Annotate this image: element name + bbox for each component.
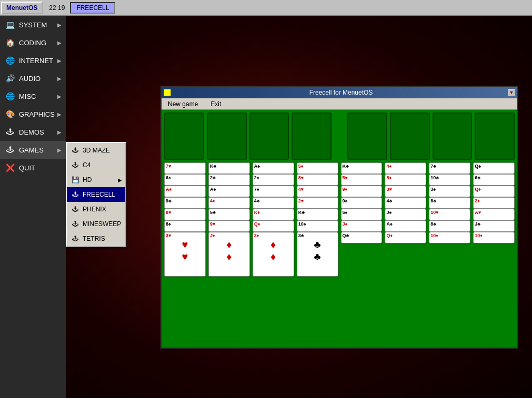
card[interactable]: Q♦ [385, 232, 426, 243]
card[interactable]: 9♥ [208, 220, 250, 232]
card[interactable]: A♥ [473, 209, 515, 220]
card[interactable]: 7♥ [164, 162, 206, 174]
card[interactable]: 4♥ [297, 186, 338, 197]
card-bottom[interactable]: 3♣ ♣ ♣ [297, 232, 338, 277]
card[interactable]: 5♥ [341, 174, 383, 186]
submenu-label-3dmaze: 3D MAZE [83, 147, 110, 154]
arrow-icon-misc: ▶ [57, 94, 62, 99]
card[interactable]: 7♠ [253, 186, 294, 197]
home-cell-1[interactable] [347, 113, 387, 160]
menuet-button[interactable]: MenuetOS [1, 2, 43, 14]
arrow-icon-system: ▶ [57, 22, 62, 28]
card[interactable]: 8♥ [164, 209, 206, 220]
card[interactable]: 5♠ [341, 209, 383, 220]
card-bottom[interactable]: 3♦ ♦ ♦ [253, 232, 294, 277]
card[interactable]: 4♣ [385, 197, 426, 209]
free-cell-4[interactable] [292, 113, 332, 160]
sidebar-label-demos: DEMOS [19, 128, 44, 136]
submenu-item-tetris[interactable]: 🕹 TETRIS [67, 231, 125, 246]
column-1: 7♥ 6♠ A♦ 9♣ 8♥ 8♠ 3♥ ♥ ♥ [164, 162, 206, 345]
card[interactable]: 10♦ [429, 232, 470, 243]
card[interactable]: 7♣ [429, 162, 470, 174]
card[interactable]: 10♦ [473, 232, 515, 243]
card[interactable]: A♠ [253, 162, 294, 174]
close-button[interactable]: ▼ [508, 89, 515, 96]
freecell-taskbar-item[interactable]: FREECELL [70, 2, 115, 14]
card[interactable]: 8♥ [297, 174, 338, 186]
card[interactable]: 6♣ [473, 174, 515, 186]
sidebar-item-graphics[interactable]: 🎨 GRAPHICS ▶ [0, 105, 66, 123]
exit-button[interactable]: Exit [204, 99, 227, 109]
submenu-item-freecell[interactable]: 🕹 FREECELL [67, 187, 125, 202]
card[interactable]: A♦ [164, 186, 206, 197]
card[interactable]: A♠ [385, 220, 426, 232]
submenu-item-phenix[interactable]: 🕹 PHENIX [67, 202, 125, 217]
card[interactable]: 2♦ [473, 197, 515, 209]
card[interactable]: 5♦ [297, 162, 338, 174]
freecell-menu: New game Exit [162, 98, 517, 110]
submenu-item-c4[interactable]: 🕹 C4 [67, 158, 125, 172]
card[interactable]: K♣ [341, 162, 383, 174]
card[interactable]: Q♠ [473, 162, 515, 174]
card[interactable]: J♣ [473, 220, 515, 232]
card[interactable]: Q♦ [473, 186, 515, 197]
card[interactable]: 6♠ [164, 174, 206, 186]
submenu-item-minesweep[interactable]: 🕹 MINESWEEP [67, 217, 125, 231]
submenu-item-3dmaze[interactable]: 🕹 3D MAZE [67, 143, 125, 158]
card[interactable]: K♦ [253, 209, 294, 220]
sidebar-item-system[interactable]: 💻 SYSTEM ▶ [0, 16, 66, 34]
home-cell-3[interactable] [433, 113, 473, 160]
home-cell-2[interactable] [390, 113, 430, 160]
card[interactable]: 4♦ [385, 162, 426, 174]
card[interactable]: 3♠ [429, 186, 470, 197]
games-icon: 🕹 [4, 144, 16, 156]
submenu-item-hd[interactable]: 💾 HD ▶ [67, 172, 125, 187]
sidebar-item-coding[interactable]: 🏠 CODING ▶ [0, 34, 66, 52]
home-cell-4[interactable] [475, 113, 515, 160]
card[interactable]: 9♣ [164, 197, 206, 209]
sidebar-item-demos[interactable]: 🕹 DEMOS ▶ [0, 123, 66, 141]
card[interactable]: Q♣ [341, 232, 383, 243]
card[interactable]: 8♣ [429, 220, 470, 232]
card[interactable]: 9♦ [341, 186, 383, 197]
card[interactable]: 8♠ [164, 220, 206, 232]
free-cells [164, 113, 332, 160]
column-8: Q♠ 6♣ Q♦ 2♦ A♥ J♣ 10♦ [473, 162, 515, 345]
card[interactable]: Q♦ [253, 220, 294, 232]
card[interactable]: J♠ [385, 209, 426, 220]
sidebar-item-internet[interactable]: 🌐 INTERNET ▶ [0, 52, 66, 69]
free-cell-2[interactable] [207, 113, 247, 160]
card[interactable]: 4♦ [208, 197, 250, 209]
card[interactable]: K♣ [297, 209, 338, 220]
arrow-icon-graphics: ▶ [57, 111, 62, 117]
sidebar-item-quit[interactable]: ❌ QUIT [0, 159, 66, 177]
card[interactable]: 8♣ [429, 197, 470, 209]
column-6: 4♦ 8♦ 3♥ 4♣ J♠ A♠ Q♦ [385, 162, 426, 345]
column-7: 7♣ 10♣ 3♠ 8♣ 10♥ 8♣ 10♦ [429, 162, 470, 345]
card[interactable]: 2♥ [297, 197, 338, 209]
free-cell-3[interactable] [249, 113, 289, 160]
card[interactable]: 5♣ [208, 209, 250, 220]
new-game-button[interactable]: New game [162, 99, 204, 109]
card[interactable]: 10♣ [429, 174, 470, 186]
card[interactable]: 8♦ [385, 174, 426, 186]
card[interactable]: J♦ [341, 220, 383, 232]
column-5: K♣ 5♥ 9♦ 9♠ 5♠ J♦ Q♣ [341, 162, 383, 345]
card[interactable]: 4♣ [253, 197, 294, 209]
card[interactable]: 3♥ [385, 186, 426, 197]
card[interactable]: 2♠ [253, 174, 294, 186]
sidebar-item-games[interactable]: 🕹 GAMES ▶ [0, 141, 66, 159]
card[interactable]: 2♣ [208, 174, 250, 186]
sidebar-label-internet: INTERNET [19, 57, 53, 65]
card-bottom[interactable]: 3♥ ♥ ♥ [164, 232, 206, 277]
sidebar-item-misc[interactable]: 🌐 MISC ▶ [0, 87, 66, 105]
card-bottom[interactable]: J♦ ♦ ♦ [208, 232, 250, 277]
card[interactable]: K♣ [208, 162, 250, 174]
card[interactable]: A♠ [208, 186, 250, 197]
card[interactable]: 10♥ [429, 209, 470, 220]
card[interactable]: 10♠ [297, 220, 338, 232]
sidebar-item-audio[interactable]: 🔊 AUDIO ▶ [0, 69, 66, 87]
card[interactable]: 9♠ [341, 197, 383, 209]
free-cell-1[interactable] [164, 113, 204, 160]
hd-icon: 💾 [70, 175, 81, 185]
